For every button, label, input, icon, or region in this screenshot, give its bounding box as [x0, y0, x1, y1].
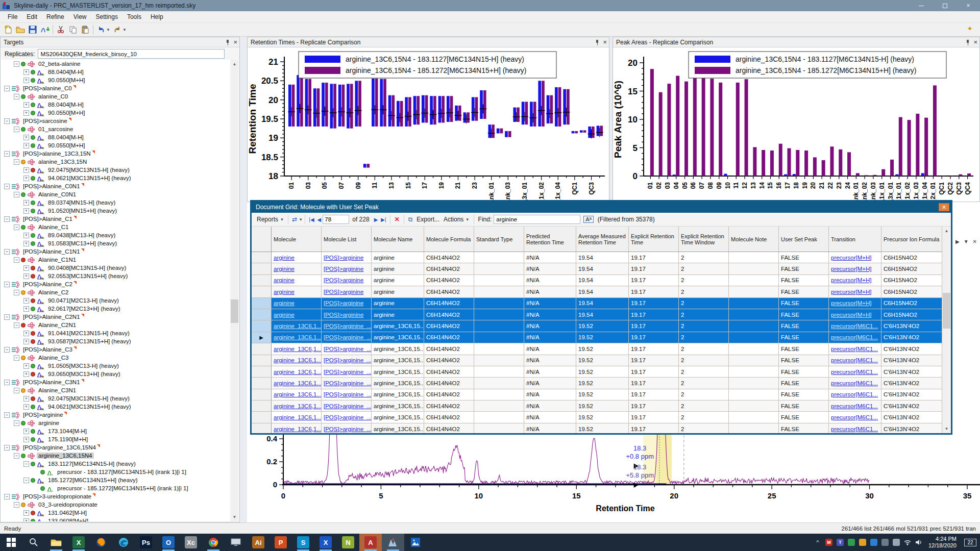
xcalibur-icon[interactable]: Xc: [180, 534, 202, 551]
new-document-icon[interactable]: [2, 24, 14, 35]
tree-row[interactable]: −[POS]>3-ureidopropionate: [1, 492, 230, 500]
tray-mail-icon[interactable]: [868, 534, 879, 551]
row-selector[interactable]: [252, 366, 272, 377]
match-case-button[interactable]: Aª: [583, 216, 593, 223]
tree-row[interactable]: −183.1127[M6C134N15-H] (heavy): [1, 460, 230, 468]
collapse-icon[interactable]: −: [4, 282, 10, 287]
targets-scrollbar[interactable]: ▲ ▼: [230, 60, 239, 521]
cell-link[interactable]: [POS]>arginine_...: [322, 355, 372, 366]
tree-row[interactable]: −[POS]>sarcosine: [1, 117, 230, 125]
column-header[interactable]: Predicted Retention Time: [524, 227, 576, 252]
tree-row[interactable]: −01_sarcosine: [1, 125, 230, 133]
excel-icon[interactable]: X: [67, 534, 90, 551]
row-selector[interactable]: [252, 309, 272, 320]
cell-link[interactable]: arginine_13C6,1...: [272, 332, 322, 343]
column-header[interactable]: Explicit Retention Time: [629, 227, 679, 252]
expand-icon[interactable]: +: [23, 135, 29, 140]
cell-link[interactable]: [POS]>arginine_...: [322, 332, 372, 343]
cell-link[interactable]: precursor[M6C1...: [829, 366, 881, 377]
table-row[interactable]: arginine_13C6,1...[POS]>arginine_...argi…: [252, 366, 942, 378]
cell-link[interactable]: arginine_13C6,1...: [272, 355, 322, 366]
chevron-down-icon[interactable]: ▼: [964, 239, 969, 244]
tree-row[interactable]: +92.0475[M3C13N15-H] (heavy): [1, 394, 230, 403]
onenote-icon[interactable]: N: [337, 534, 359, 551]
cell-link[interactable]: [POS]>arginine: [322, 263, 372, 274]
powerpoint-icon[interactable]: P: [270, 534, 292, 551]
export-button[interactable]: Export...: [414, 215, 442, 224]
table-row[interactable]: ▶arginine_13C6,1...[POS]>arginine_...arg…: [252, 332, 942, 343]
app-x-icon[interactable]: X: [314, 534, 337, 551]
tree-row[interactable]: −alanine_C0: [1, 92, 230, 101]
peak-areas-chart[interactable]: 05101520Peak Area (10^6)0102030405060708…: [613, 47, 979, 204]
table-row[interactable]: arginine[POS]>argininearginineC6H14N4O2#…: [252, 263, 942, 274]
tray-onedrive-icon[interactable]: [891, 534, 902, 551]
collapse-icon[interactable]: −: [4, 249, 10, 255]
tree-row[interactable]: +91.0520[MN15+H] (heavy): [1, 207, 230, 215]
cell-link[interactable]: [POS]>arginine_...: [322, 423, 372, 433]
tree-row[interactable]: +133.0608[M+H]: [1, 517, 230, 521]
expand-icon[interactable]: +: [23, 518, 29, 522]
menu-settings[interactable]: Settings: [91, 12, 122, 22]
tree-row[interactable]: +92.0553[MC13N15+H] (heavy): [1, 272, 230, 280]
expand-icon[interactable]: +: [23, 396, 29, 402]
collapse-icon[interactable]: −: [14, 322, 19, 328]
collapse-icon[interactable]: −: [4, 118, 10, 124]
collapse-icon[interactable]: −: [14, 355, 19, 361]
redo-icon-dropdown[interactable]: ▼: [122, 28, 128, 32]
table-row[interactable]: arginine[POS]>argininearginineC6H14N4O2#…: [252, 252, 942, 263]
collapse-icon[interactable]: −: [14, 94, 19, 99]
tree-row[interactable]: +94.0621[M3C13N15+H] (heavy): [1, 174, 230, 182]
cell-link[interactable]: [POS]>arginine: [322, 252, 372, 263]
tree-row[interactable]: +93.0587[M2C13N15+H] (heavy): [1, 337, 230, 345]
tray-update-icon[interactable]: [857, 534, 868, 551]
expand-icon[interactable]: +: [23, 69, 29, 75]
cell-link[interactable]: [POS]>arginine_...: [322, 343, 372, 354]
column-header[interactable]: Precursor Ion Formula: [881, 227, 942, 252]
expand-icon[interactable]: +: [23, 331, 29, 336]
collapse-icon[interactable]: −: [4, 380, 10, 385]
illustrator-icon[interactable]: Ai: [247, 534, 270, 551]
acrobat-icon[interactable]: A: [359, 534, 382, 551]
tree-row[interactable]: −[POS]>arginine: [1, 411, 230, 419]
collapse-icon[interactable]: −: [4, 314, 10, 320]
cell-link[interactable]: arginine_13C6,1...: [272, 400, 322, 411]
collapse-icon[interactable]: −: [14, 502, 19, 508]
pivot-icon[interactable]: ⇄: [290, 216, 299, 223]
tray-chevron-icon[interactable]: ^: [812, 534, 823, 551]
find-input[interactable]: [494, 215, 580, 224]
column-header[interactable]: Molecule List: [322, 227, 372, 252]
cell-link[interactable]: arginine_13C6,1...: [272, 423, 322, 433]
expand-icon[interactable]: +: [23, 110, 29, 116]
tree-row[interactable]: −alanine_13C3,15N: [1, 158, 230, 166]
tree-row[interactable]: +89.0438[MC13-H] (heavy): [1, 231, 230, 239]
table-row[interactable]: arginine_13C6,1...[POS]>arginine_...argi…: [252, 423, 942, 433]
table-row[interactable]: arginine_13C6,1...[POS]>arginine_...argi…: [252, 378, 942, 389]
collapse-icon[interactable]: −: [4, 151, 10, 157]
expand-icon[interactable]: +: [23, 306, 29, 312]
collapse-icon[interactable]: −: [14, 420, 19, 426]
save-icon[interactable]: [27, 24, 39, 35]
scroll-down-icon[interactable]: ▼: [230, 513, 239, 521]
collapse-icon[interactable]: −: [4, 445, 10, 450]
cell-link[interactable]: [POS]>arginine: [322, 309, 372, 320]
collapse-icon[interactable]: −: [14, 192, 19, 197]
row-selector[interactable]: [252, 320, 272, 331]
reports-menu-button[interactable]: Reports ▼: [255, 215, 286, 224]
column-header[interactable]: Molecule Note: [729, 227, 779, 252]
spectral-library-icon[interactable]: ✦: [967, 24, 973, 33]
tree-row[interactable]: −[POS]>arginine_13C6,15N4: [1, 443, 230, 452]
expand-right-icon[interactable]: ▶: [955, 239, 960, 244]
tree-row[interactable]: +93.0650[M3C13+H] (heavy): [1, 370, 230, 378]
row-selector[interactable]: [252, 355, 272, 366]
collapse-icon[interactable]: −: [14, 159, 19, 165]
paste-icon[interactable]: [79, 24, 91, 35]
cell-link[interactable]: arginine: [272, 309, 322, 320]
tree-row[interactable]: −[POS]>Alanine_C2N1: [1, 313, 230, 321]
record-position-input[interactable]: [323, 215, 349, 224]
cut-icon[interactable]: [55, 24, 67, 35]
tree-row[interactable]: precursor - 185.1272[M6C134N15+H] (irank…: [1, 484, 230, 492]
tree-row[interactable]: −[POS]>Alanine_C3N1: [1, 378, 230, 386]
tree-row[interactable]: −[POS]>alanine_C0: [1, 84, 230, 92]
cell-link[interactable]: precursor[M+H]: [829, 263, 881, 274]
minimize-button[interactable]: [910, 0, 933, 11]
